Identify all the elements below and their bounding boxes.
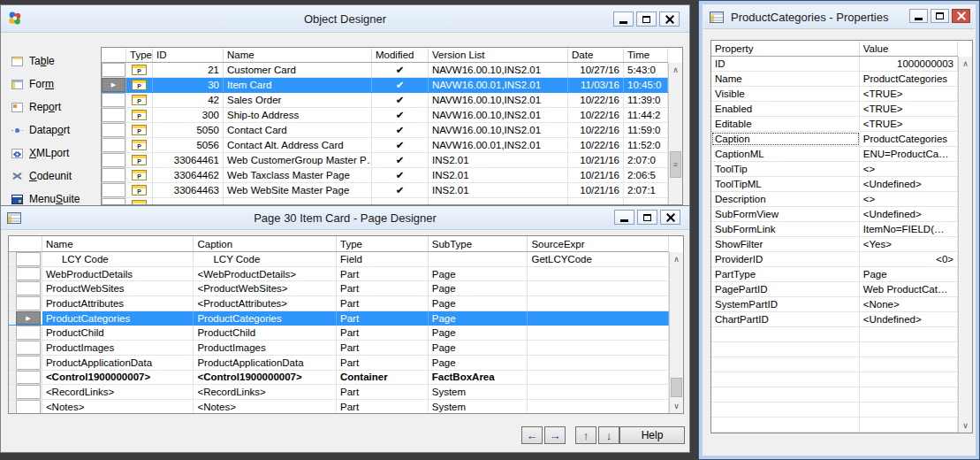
- table-row[interactable]: P21Customer Card✔NAVW16.00.10,INS2.0110/…: [102, 63, 668, 78]
- cell-type[interactable]: Container: [337, 371, 429, 385]
- row-selector[interactable]: [102, 93, 125, 107]
- cell-value[interactable]: [860, 418, 958, 432]
- cell-version[interactable]: NAVW16.00.10,INS2.01: [429, 108, 568, 122]
- object-designer-titlebar[interactable]: Object Designer: [1, 5, 689, 33]
- cell-sel[interactable]: [102, 93, 126, 107]
- cell-caption[interactable]: <WebProductDetails>: [194, 267, 337, 281]
- minimize-button[interactable]: [614, 210, 634, 225]
- minimize-button[interactable]: [613, 12, 634, 27]
- cell-caption[interactable]: <Notes>: [194, 400, 337, 414]
- table-row[interactable]: SubFormView<Undefined>: [711, 207, 958, 222]
- cell-caption[interactable]: ProductChild: [194, 326, 337, 340]
- cell-source[interactable]: [528, 356, 669, 370]
- cell-value[interactable]: <0>: [860, 252, 958, 266]
- cell-property[interactable]: [711, 402, 860, 417]
- cell-type[interactable]: P: [126, 198, 153, 205]
- cell-property[interactable]: [711, 387, 860, 402]
- properties-scrollbar[interactable]: ∧ ∨: [958, 57, 972, 433]
- row-selector[interactable]: [16, 356, 41, 370]
- row-selector[interactable]: [102, 123, 125, 137]
- cell-source[interactable]: [528, 371, 669, 385]
- table-row[interactable]: WebProductDetails<WebProductDetails>Part…: [9, 267, 669, 282]
- sidebar-item-report[interactable]: Report: [11, 96, 100, 119]
- table-row[interactable]: Editable<TRUE>: [711, 117, 958, 132]
- table-row[interactable]: ToolTipML<Undefined>: [711, 177, 958, 192]
- cell-subtype[interactable]: Page: [429, 311, 528, 326]
- cell-name[interactable]: ProductChild: [42, 326, 194, 340]
- cell-type[interactable]: P: [126, 63, 153, 77]
- cell-sel[interactable]: [102, 153, 126, 167]
- scroll-up-button[interactable]: ∧: [669, 63, 682, 77]
- cell-date[interactable]: 10/22/16: [568, 138, 624, 152]
- cell-date[interactable]: 10/22/16: [568, 108, 624, 122]
- move-up-button[interactable]: ↑: [575, 426, 596, 444]
- cell-value[interactable]: <TRUE>: [860, 117, 958, 131]
- cell-id[interactable]: 42: [153, 93, 224, 107]
- cell-name[interactable]: LCY Code: [42, 252, 194, 266]
- cell-property[interactable]: Description: [711, 192, 860, 206]
- cell-name[interactable]: Sales Order: [224, 93, 372, 107]
- cell-property[interactable]: Editable: [711, 117, 860, 131]
- cell-sel[interactable]: [9, 371, 42, 385]
- row-selector[interactable]: [102, 108, 125, 122]
- cell-type[interactable]: Part: [337, 400, 429, 414]
- cell-name[interactable]: ProductCategories: [42, 311, 194, 326]
- row-selector[interactable]: [16, 341, 41, 355]
- row-selector[interactable]: [102, 138, 125, 152]
- table-row[interactable]: Description<>: [711, 192, 958, 207]
- cell-caption[interactable]: <Control1900000007>: [194, 371, 337, 385]
- cell-value[interactable]: <Undefined>: [860, 312, 958, 326]
- table-row[interactable]: ▶ProductCategoriesProductCategoriesPartP…: [9, 311, 669, 326]
- cell-id[interactable]: 5056: [153, 138, 224, 152]
- cell-sel[interactable]: ▶: [9, 311, 42, 326]
- cell-property[interactable]: PagePartID: [711, 282, 860, 296]
- table-row[interactable]: ▶P30Item Card✔NAVW16.00.01,INS2.0111/03/…: [102, 78, 668, 93]
- row-selector[interactable]: ▶: [102, 78, 125, 92]
- cell-property[interactable]: PartType: [711, 267, 860, 281]
- table-row[interactable]: [711, 402, 958, 418]
- cell-sel[interactable]: [9, 400, 42, 414]
- cell-date[interactable]: 10/21/16: [568, 168, 624, 182]
- cell-value[interactable]: <None>: [860, 297, 958, 311]
- cell-source[interactable]: [528, 267, 669, 281]
- close-button[interactable]: [660, 210, 680, 225]
- row-selector[interactable]: [102, 168, 125, 182]
- cell-value[interactable]: [860, 327, 958, 341]
- scroll-up-button[interactable]: ∧: [670, 252, 683, 266]
- row-selector[interactable]: [102, 198, 125, 205]
- cell-value[interactable]: [860, 387, 958, 402]
- table-row[interactable]: P42Sales Order✔NAVW16.00.10,INS2.0110/22…: [102, 93, 668, 108]
- cell-id[interactable]: 5050: [153, 123, 224, 137]
- cell-sel[interactable]: [9, 326, 42, 340]
- cell-value[interactable]: <>: [860, 162, 958, 176]
- sidebar-item-codeunit[interactable]: Codeunit: [11, 165, 100, 188]
- properties-titlebar[interactable]: ProductCategories - Properties: [703, 5, 975, 29]
- row-selector[interactable]: [16, 252, 41, 266]
- cell-caption[interactable]: LCY Code: [194, 252, 337, 266]
- cell-time[interactable]: 5:43:0: [624, 63, 668, 77]
- cell-date[interactable]: 10/21/16: [568, 153, 624, 167]
- cell-time[interactable]: 2:07:1: [624, 183, 668, 197]
- cell-version[interactable]: NAVW16.00.01,INS2.01: [429, 78, 568, 92]
- row-selector[interactable]: [16, 296, 41, 310]
- table-row[interactable]: P: [102, 198, 668, 205]
- table-row[interactable]: ProductImagesProductImagesPartPage: [9, 341, 669, 356]
- cell-modified[interactable]: [372, 198, 429, 205]
- cell-source[interactable]: [528, 341, 669, 355]
- row-selector[interactable]: [16, 371, 41, 385]
- cell-type[interactable]: P: [126, 78, 153, 92]
- page-controls-scrollbar[interactable]: ∧ ∨: [669, 252, 683, 413]
- page-designer-titlebar[interactable]: Page 30 Item Card - Page Designer: [1, 206, 689, 230]
- cell-property[interactable]: SystemPartID: [711, 297, 860, 311]
- table-row[interactable]: ProductAttributes<ProductAttributes>Part…: [9, 296, 669, 311]
- cell-modified[interactable]: ✔: [372, 63, 429, 77]
- move-left-button[interactable]: ←: [521, 426, 543, 444]
- cell-date[interactable]: 10/22/16: [568, 93, 624, 107]
- cell-value[interactable]: ItemNo=FIELD(…: [860, 222, 958, 236]
- cell-property[interactable]: ToolTipML: [711, 177, 860, 191]
- cell-subtype[interactable]: Page: [429, 341, 528, 355]
- cell-caption[interactable]: <ProductAttributes>: [194, 296, 337, 310]
- table-row[interactable]: P33064462Web Taxclass Master Page✔INS2.0…: [102, 168, 668, 183]
- cell-modified[interactable]: ✔: [372, 138, 429, 152]
- cell-property[interactable]: [711, 327, 860, 341]
